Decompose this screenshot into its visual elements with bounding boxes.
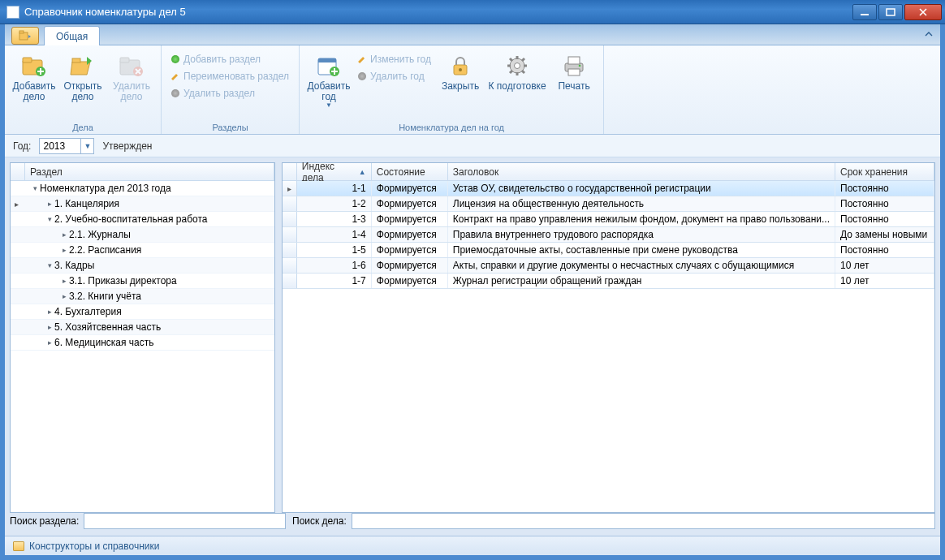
table-row[interactable]: 1-5ФормируетсяПриемосдаточные акты, сост… [283,243,934,258]
tree-panel: Раздел ▾Номенклатура дел 2013 года▸▸1. К… [10,162,275,513]
chevron-right-icon[interactable]: ▸ [59,230,69,239]
tree-row[interactable]: ▸4. Бухгалтерия [11,304,274,320]
cell-storage: До замены новыми [835,227,934,242]
tree-row[interactable]: ▸6. Медицинская часть [11,335,274,351]
tree-row[interactable]: ▸2.2. Расписания [11,243,274,258]
delete-delo-label: Удалить дело [110,81,153,102]
tree-row[interactable]: ▾2. Учебно-воспитательная работа [11,212,274,227]
chevron-right-icon[interactable]: ▸ [45,323,54,331]
search-delo-input[interactable] [352,513,935,529]
delete-section-button: Удалить раздел [168,86,292,101]
add-year-button[interactable]: Добавить год ▼ [306,49,352,113]
tree-row[interactable]: ▾3. Кадры [11,258,274,274]
statusbar-text[interactable]: Конструкторы и справочники [29,541,159,552]
tree-row[interactable]: ▸2.1. Журналы [11,227,274,243]
pencil-icon [358,55,366,63]
app-icon [6,6,19,19]
cell-title: Акты, справки и другие документы о несча… [448,258,835,273]
ribbon-collapse-icon[interactable] [924,29,934,41]
chevron-right-icon[interactable]: ▸ [59,246,69,254]
cell-state: Формируется [372,196,448,211]
folder-icon [13,541,24,551]
tree-item-label: 5. Хозяйтсвенная часть [54,321,161,333]
chevron-right-icon[interactable]: ▸ [45,338,54,347]
cell-index: 1-1 [297,181,372,196]
tree-item-label: 3.1. Приказы директора [69,275,177,286]
year-combobox[interactable]: ▼ [39,138,94,154]
tree-row[interactable]: ▸▸1. Канцелярия [11,196,274,212]
search-section-input[interactable] [84,513,286,529]
grid-body[interactable]: ▸1-1ФормируетсяУстав ОУ, свидетельство о… [283,181,934,512]
tree-item-label: 4. Бухгалтерия [54,306,122,317]
ribbon-group-dela: Добавить дело Открыть дело Удалить дело [5,45,162,134]
cell-title: Правила внутреннего трудового распорядка [448,227,835,242]
add-delo-button[interactable]: Добавить дело [11,49,57,106]
chevron-right-icon[interactable]: ▸ [45,308,54,316]
titlebar: Справочник номенклатуры дел 5 [0,0,945,24]
chevron-down-icon[interactable]: ▾ [30,184,40,192]
tab-general[interactable]: Общая [44,26,100,45]
delete-icon [171,89,179,97]
col-state[interactable]: Состояние [372,163,448,180]
svg-rect-5 [23,58,32,62]
col-title[interactable]: Заголовок [448,163,835,180]
tree-row[interactable]: ▸3.2. Книги учёта [11,289,274,304]
cell-index: 1-5 [297,243,372,257]
chevron-down-icon[interactable]: ▼ [80,139,93,153]
table-row[interactable]: ▸1-1ФормируетсяУстав ОУ, свидетельство о… [283,181,934,196]
chevron-down-icon[interactable]: ▾ [45,261,54,269]
cell-title: Устав ОУ, свидетельство о государственно… [448,181,835,196]
tree-header-label[interactable]: Раздел [25,163,274,180]
table-row[interactable]: 1-4ФормируетсяПравила внутреннего трудов… [283,227,934,243]
add-year-label: Добавить год [308,81,351,102]
ribbon-group-nomenclature: Добавить год ▼ Изменить год Удалить год … [300,45,604,134]
window-title: Справочник номенклатуры дел 5 [24,6,852,18]
tree-item-label: 2. Учебно-воспитательная работа [54,213,208,225]
svg-rect-1 [887,9,895,15]
tree-row[interactable]: ▾Номенклатура дел 2013 года [11,181,274,196]
maximize-button[interactable] [878,4,903,20]
row-indicator-icon [283,227,297,242]
tree-body[interactable]: ▾Номенклатура дел 2013 года▸▸1. Канцеляр… [11,181,274,512]
content-shell: Общая Добавить дело [0,24,945,560]
quick-access-button[interactable] [11,27,39,45]
open-delo-button[interactable]: Открыть дело [60,49,106,106]
col-storage[interactable]: Срок хранения [835,163,934,180]
minimize-button[interactable] [852,4,877,20]
svg-rect-7 [72,58,80,62]
col-index[interactable]: Индекс дела▲ [297,163,372,180]
chevron-right-icon[interactable]: ▸ [59,277,69,285]
prepare-label: К подготовке [488,81,546,92]
cell-storage: Постоянно [835,181,934,196]
lock-icon [447,52,474,80]
open-delo-label: Открыть дело [62,81,104,102]
table-row[interactable]: 1-3ФормируетсяКонтракт на право управлен… [283,212,934,227]
cell-title: Приемосдаточные акты, составленные при с… [448,243,835,257]
group-nomen-label: Номенклатура дел на год [306,121,597,132]
table-row[interactable]: 1-2ФормируетсяЛицензия на общественную д… [283,196,934,212]
svg-rect-0 [861,14,869,15]
tabstrip: Общая [5,24,940,45]
cell-storage: 10 лет [835,274,934,288]
svg-rect-19 [568,57,580,64]
lock-button[interactable]: Закрыть [438,49,483,95]
table-row[interactable]: 1-7ФормируетсяЖурнал регистрации обращен… [283,274,934,289]
chevron-right-icon[interactable]: ▸ [45,200,54,208]
table-row[interactable]: 1-6ФормируетсяАкты, справки и другие док… [283,258,934,274]
row-indicator-icon [283,196,297,211]
year-input[interactable] [40,139,80,153]
add-delo-label: Добавить дело [12,81,55,102]
cell-index: 1-4 [297,227,372,242]
print-button[interactable]: Печать [551,49,597,95]
chevron-right-icon[interactable]: ▸ [59,292,69,300]
close-button[interactable] [904,4,942,20]
row-indicator-icon [283,212,297,226]
tree-row[interactable]: ▸3.1. Приказы директора [11,274,274,289]
search-section-label: Поиск раздела: [10,515,79,527]
cell-storage: Постоянно [835,243,934,257]
chevron-down-icon[interactable]: ▾ [45,215,54,223]
prepare-button[interactable]: К подготовке [486,49,548,95]
year-label: Год: [13,140,31,152]
tree-row[interactable]: ▸5. Хозяйтсвенная часть [11,320,274,335]
cell-storage: Постоянно [835,196,934,211]
